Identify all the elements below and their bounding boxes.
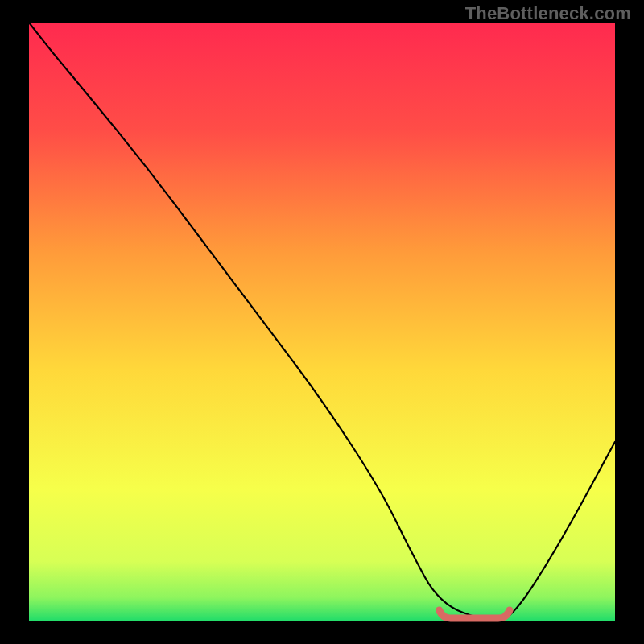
chart-frame: TheBottleneck.com (0, 0, 644, 644)
watermark-text: TheBottleneck.com (465, 3, 631, 24)
bottleneck-chart (0, 0, 644, 644)
plot-area-bg (29, 23, 615, 621)
